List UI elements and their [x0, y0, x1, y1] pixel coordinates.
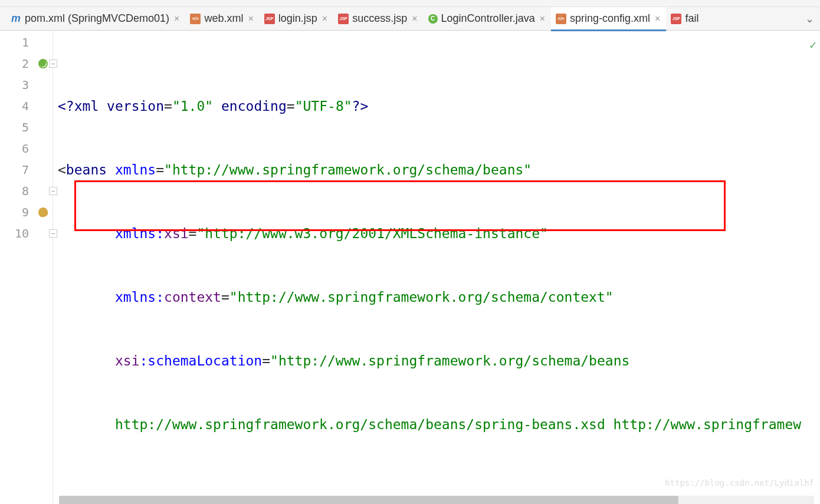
tab-label: web.xml	[204, 12, 243, 25]
close-icon[interactable]: ×	[654, 14, 661, 24]
tab-label: success.jsp	[352, 12, 407, 25]
tab-spring-config[interactable]: </> spring-config.xml ×	[551, 7, 666, 31]
tab-fail-jsp[interactable]: JSP fail	[666, 7, 703, 31]
tab-label: LoginController.java	[441, 12, 535, 25]
tab-login-jsp[interactable]: JSP login.jsp ×	[260, 7, 333, 31]
tab-web-xml[interactable]: </> web.xml ×	[185, 7, 259, 31]
close-icon[interactable]: ×	[411, 14, 418, 24]
tab-pom-xml[interactable]: m pom.xml (SpringMVCDemo01) ×	[6, 7, 185, 31]
close-icon[interactable]: ×	[247, 14, 254, 24]
bean-icon	[37, 206, 49, 218]
gutter-line[interactable]: 1	[0, 32, 53, 53]
spring-leaf-icon	[38, 59, 48, 68]
xml-icon: </>	[190, 14, 201, 24]
gutter-line[interactable]: 4	[0, 95, 53, 117]
code-line: <?xml version="1.0" encoding="UTF-8"?>	[53, 95, 820, 117]
code-line: <beans xmlns="http://www.springframework…	[53, 159, 820, 180]
tab-label: login.jsp	[278, 12, 317, 25]
gutter-line[interactable]: 6	[0, 138, 53, 159]
tabs-overflow-icon[interactable]: ⌄	[799, 12, 820, 25]
code-line: xmlns:xsi="http://www.w3.org/2001/XMLSch…	[53, 223, 820, 244]
jsp-icon: JSP	[338, 14, 349, 24]
horizontal-scrollbar[interactable]	[59, 496, 814, 504]
jsp-icon: JSP	[671, 14, 681, 24]
editor-tabs: m pom.xml (SpringMVCDemo01) × </> web.xm…	[0, 7, 820, 31]
code-editor[interactable]: ✓ <?xml version="1.0" encoding="UTF-8"?>…	[53, 31, 820, 504]
code-line: xsi:schemaLocation="http://www.springfra…	[53, 350, 820, 371]
gutter-line[interactable]: 10−	[0, 223, 53, 244]
tab-label: fail	[685, 12, 698, 25]
gutter-line[interactable]: 5	[0, 117, 53, 138]
jsp-icon: JSP	[264, 14, 275, 24]
gutter: 1 2− 3 4 5 6 7 8− 9 10−	[0, 31, 53, 504]
watermark-text: https://blog.csdn.net/Lydialhf	[665, 472, 814, 493]
close-icon[interactable]: ×	[321, 14, 329, 24]
code-line: xmlns:context="http://www.springframewor…	[53, 286, 820, 308]
gutter-line[interactable]: 2−	[0, 53, 53, 74]
gutter-line[interactable]: 8−	[0, 180, 53, 202]
java-class-icon: C	[428, 14, 438, 24]
tab-label: spring-config.xml	[570, 12, 650, 25]
scrollbar-thumb[interactable]	[59, 496, 678, 504]
maven-icon: m	[11, 14, 21, 24]
code-line: http://www.springframework.org/schema/be…	[53, 414, 820, 435]
tab-success-jsp[interactable]: JSP success.jsp ×	[333, 7, 423, 31]
xml-icon: </>	[556, 14, 566, 24]
top-toolbar	[0, 0, 820, 7]
gutter-line[interactable]: 3	[0, 74, 53, 95]
tab-login-controller[interactable]: C LoginController.java ×	[424, 7, 551, 31]
inspection-ok-icon[interactable]: ✓	[809, 34, 816, 55]
gutter-line[interactable]: 9	[0, 202, 53, 223]
gutter-line[interactable]: 7	[0, 159, 53, 180]
close-icon[interactable]: ×	[173, 14, 181, 24]
tab-label: pom.xml (SpringMVCDemo01)	[25, 12, 169, 25]
editor-container: 1 2− 3 4 5 6 7 8− 9 10− ✓ <?xml version=…	[0, 31, 820, 504]
close-icon[interactable]: ×	[539, 14, 546, 24]
